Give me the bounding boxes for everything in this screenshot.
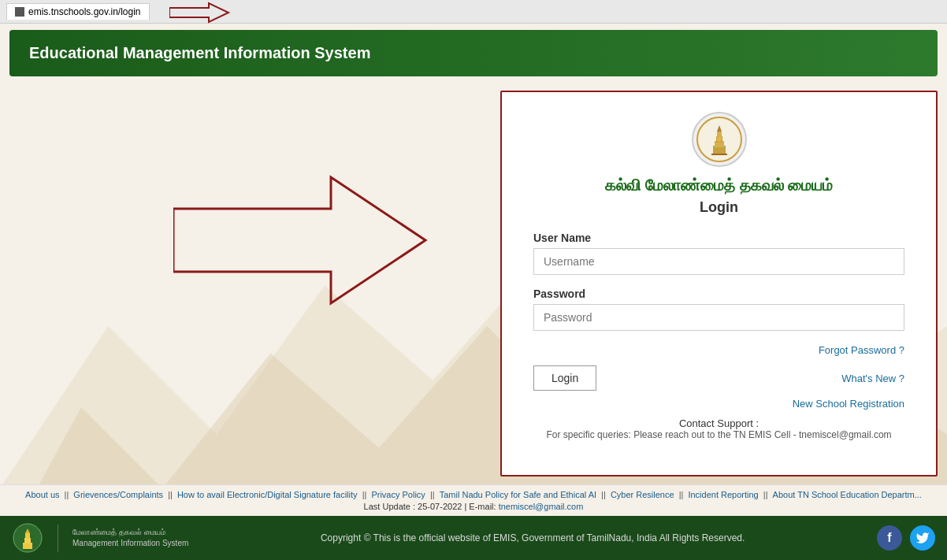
logo-area (533, 112, 904, 167)
footer-emblem (12, 522, 43, 554)
forgot-password-link[interactable]: Forgot Password ? (819, 344, 904, 356)
contact-support-label: Contact Support : (533, 417, 904, 429)
svg-marker-0 (169, 3, 228, 22)
facebook-icon[interactable]: f (877, 525, 902, 551)
footer-link-digital[interactable]: How to avail Electronic/Digital Signatur… (177, 490, 358, 499)
login-button[interactable]: Login (533, 365, 596, 391)
twitter-icon[interactable] (910, 525, 935, 551)
username-label: User Name (533, 232, 904, 244)
svg-rect-25 (717, 132, 722, 138)
twitter-bird-svg (915, 531, 930, 545)
tn-emblem-svg (696, 116, 743, 163)
footer-logo-text: மேலாண்மைத் தகவல் மையம் Management Inform… (72, 527, 188, 549)
sep3: || (362, 490, 370, 499)
footer-update: Last Update : 25-07-2022 | E-mail: tnemi… (9, 502, 938, 511)
login-heading: Login (533, 199, 904, 216)
main-content: கல்வி மேலாண்மைத் தகவல் மையம் Login User … (0, 83, 947, 484)
new-school-row: New School Registration (533, 397, 904, 410)
footer-social: f (877, 525, 935, 551)
last-update-text: Last Update : 25-07-2022 (364, 502, 462, 511)
password-label: Password (533, 287, 904, 300)
browser-bar: emis.tnschools.gov.in/login (0, 0, 947, 24)
contact-support-detail: For specific queries: Please reach out t… (533, 429, 904, 440)
password-input[interactable] (533, 304, 904, 331)
footer-link-incident[interactable]: Incident Reporting (688, 490, 758, 499)
header-title: Educational Management Information Syste… (29, 44, 370, 61)
footer-link-cyber[interactable]: Cyber Resilence (611, 490, 674, 499)
username-group: User Name (533, 232, 904, 275)
tamil-title: கல்வி மேலாண்மைத் தகவல் மையம் (533, 176, 904, 195)
browser-tab: emis.tnschools.gov.in/login (6, 3, 150, 20)
footer-link-grievances[interactable]: Grievences/Complaints (73, 490, 163, 499)
footer-email-link[interactable]: tnemiscel@gmail.com (499, 502, 584, 511)
svg-point-28 (717, 137, 722, 142)
svg-rect-32 (25, 533, 30, 539)
new-school-link[interactable]: New School Registration (793, 398, 904, 410)
forgot-password-row: Forgot Password ? (533, 343, 904, 356)
main-arrow-annotation (173, 161, 433, 319)
sep4: || (430, 490, 437, 499)
login-card: கல்வி மேலாண்மைத் தகவல் மையம் Login User … (500, 91, 938, 477)
sep6: || (679, 490, 686, 499)
footer-logo-divider (58, 525, 58, 552)
login-btn-row: Login What's New ? (533, 365, 904, 391)
footer-email-label: E-mail: (469, 502, 498, 511)
footer-logo-line1: மேலாண்மைத் தகவல் மையம் (72, 527, 188, 538)
page-header: Educational Management Information Syste… (9, 30, 938, 76)
footer-logo-area: மேலாண்மைத் தகவல் மையம் Management Inform… (12, 522, 188, 554)
svg-marker-20 (173, 177, 425, 303)
svg-rect-27 (711, 154, 727, 155)
sep5: || (601, 490, 608, 499)
browser-url: emis.tnschools.gov.in/login (28, 6, 141, 17)
footer-link-about-tn[interactable]: About TN School Education Departm... (773, 490, 922, 499)
bottom-footer: மேலாண்மைத் தகவல் மையம் Management Inform… (0, 516, 947, 560)
sep2: || (168, 490, 175, 499)
password-group: Password (533, 287, 904, 331)
footer-link-tnpolicy[interactable]: Tamil Nadu Policy for Safe and Ethical A… (440, 490, 596, 499)
tn-logo (692, 112, 747, 167)
footer-links: About us || Grievences/Complaints || How… (0, 484, 947, 516)
svg-rect-31 (24, 538, 31, 543)
tab-favicon (15, 7, 24, 17)
sep7: || (763, 490, 771, 499)
svg-rect-30 (23, 543, 32, 549)
footer-logo-line2: Management Information System (72, 538, 188, 549)
url-arrow-annotation (169, 2, 232, 24)
username-input[interactable] (533, 248, 904, 275)
footer-link-about[interactable]: About us (25, 490, 59, 499)
whats-new-link[interactable]: What's New ? (841, 373, 904, 384)
footer-link-privacy[interactable]: Privacy Policy (371, 490, 425, 499)
whats-new: What's New ? (612, 372, 904, 384)
sep1: || (65, 490, 72, 499)
footer-copyright: Copyright © This is the official website… (188, 532, 877, 543)
contact-support: Contact Support : For specific queries: … (533, 417, 904, 440)
